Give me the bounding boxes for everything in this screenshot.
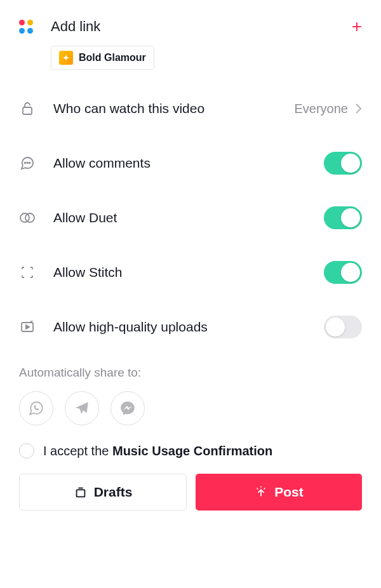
svg-point-5 xyxy=(25,213,34,222)
svg-point-4 xyxy=(20,213,29,222)
allow-stitch-toggle[interactable] xyxy=(324,261,362,284)
post-label: Post xyxy=(274,484,304,500)
share-telegram-button[interactable] xyxy=(65,391,99,425)
accept-radio[interactable] xyxy=(19,443,34,458)
allow-stitch-row: Allow Stitch xyxy=(0,245,381,300)
drafts-label: Drafts xyxy=(94,484,133,500)
chevron-right-icon xyxy=(354,102,362,115)
duet-icon xyxy=(19,210,36,226)
hq-upload-icon xyxy=(19,319,36,335)
add-link-title: Add link xyxy=(51,18,352,35)
allow-stitch-label: Allow Stitch xyxy=(53,265,324,280)
allow-hq-toggle[interactable] xyxy=(324,316,362,338)
svg-rect-7 xyxy=(76,490,84,497)
svg-point-3 xyxy=(29,163,30,164)
allow-duet-label: Allow Duet xyxy=(53,210,324,225)
allow-duet-row: Allow Duet xyxy=(0,190,381,245)
accept-prefix: I accept the xyxy=(43,444,112,458)
privacy-label: Who can watch this video xyxy=(53,101,295,116)
filter-chip-row: ✦ Bold Glamour xyxy=(0,43,381,81)
app-dots-icon xyxy=(19,20,33,34)
filter-chip-label: Bold Glamour xyxy=(79,52,146,63)
svg-point-2 xyxy=(27,163,28,164)
share-messenger-button[interactable] xyxy=(110,391,145,425)
drafts-icon xyxy=(74,485,88,499)
messenger-icon xyxy=(119,400,136,417)
allow-comments-toggle[interactable] xyxy=(324,152,362,175)
stitch-icon xyxy=(19,264,36,281)
accept-row: I accept the Music Usage Confirmation xyxy=(0,425,381,469)
allow-comments-row: Allow comments xyxy=(0,136,381,190)
sparkle-icon: ✦ xyxy=(59,51,73,65)
whatsapp-icon xyxy=(28,400,44,417)
post-button[interactable]: Post xyxy=(196,474,362,511)
lock-icon xyxy=(19,100,36,117)
svg-point-1 xyxy=(25,163,26,164)
privacy-value: Everyone xyxy=(295,102,349,116)
allow-hq-label: Allow high-quality uploads xyxy=(53,319,324,335)
allow-hq-row: Allow high-quality uploads xyxy=(0,300,381,354)
drafts-button[interactable]: Drafts xyxy=(19,474,187,511)
button-row: Drafts Post xyxy=(0,469,381,526)
accept-bold: Music Usage Confirmation xyxy=(112,444,272,458)
share-section: Automatically share to: xyxy=(0,354,381,425)
telegram-icon xyxy=(74,400,90,417)
filter-chip[interactable]: ✦ Bold Glamour xyxy=(51,46,154,70)
allow-comments-label: Allow comments xyxy=(53,156,324,171)
comment-icon xyxy=(19,155,36,171)
add-link-row: Add link + xyxy=(0,0,381,43)
post-icon xyxy=(254,485,268,499)
share-label: Automatically share to: xyxy=(19,366,362,380)
privacy-row[interactable]: Who can watch this video Everyone xyxy=(0,81,381,136)
svg-rect-0 xyxy=(23,107,32,114)
share-whatsapp-button[interactable] xyxy=(19,391,53,425)
add-link-plus-button[interactable]: + xyxy=(352,18,362,36)
accept-text: I accept the Music Usage Confirmation xyxy=(43,444,272,458)
allow-duet-toggle[interactable] xyxy=(324,206,362,229)
